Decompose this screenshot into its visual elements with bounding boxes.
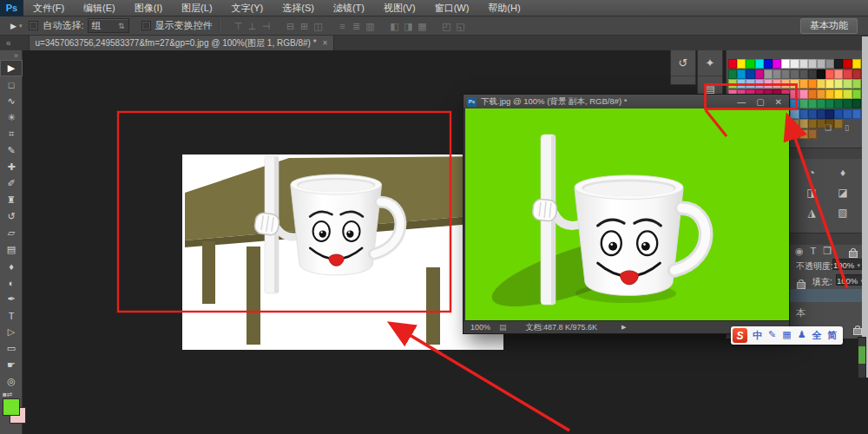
- color-swatch[interactable]: [817, 79, 825, 89]
- color-swatch[interactable]: [799, 109, 808, 119]
- color-swatch[interactable]: [834, 69, 843, 79]
- delete-swatch-icon[interactable]: ▯: [845, 123, 849, 132]
- color-swatch[interactable]: [764, 69, 773, 79]
- new-swatch-icon[interactable]: ❏: [825, 123, 832, 132]
- ime-item[interactable]: ♟: [798, 329, 806, 342]
- blur-tool[interactable]: ♦: [0, 258, 23, 274]
- adjustment-icon[interactable]: ◮: [801, 203, 822, 222]
- color-swatch[interactable]: [843, 79, 852, 89]
- color-swatch[interactable]: [834, 129, 843, 139]
- color-swatch[interactable]: [817, 69, 825, 79]
- color-swatch[interactable]: [825, 89, 834, 99]
- color-swatch[interactable]: [808, 59, 817, 69]
- color-swatch[interactable]: [781, 79, 790, 89]
- align-icon[interactable]: ⊥: [246, 17, 260, 35]
- color-swatch[interactable]: [737, 79, 746, 89]
- color-swatch[interactable]: [825, 69, 834, 79]
- color-swatch[interactable]: [755, 79, 764, 89]
- document-tab[interactable]: u=3457063756,249583377&fm=27&gp=0.jpg @ …: [29, 36, 335, 50]
- close-button[interactable]: ✕: [775, 97, 782, 107]
- color-swatch[interactable]: [843, 99, 852, 108]
- auto-select-checkbox[interactable]: [29, 21, 38, 30]
- color-swatch[interactable]: [843, 69, 852, 79]
- menu-item[interactable]: 图像(I): [125, 0, 172, 16]
- type-tool[interactable]: T: [0, 307, 23, 324]
- status-expand-icon[interactable]: ▶: [621, 324, 626, 331]
- color-swatch[interactable]: [817, 109, 825, 119]
- color-swatch[interactable]: [728, 59, 737, 69]
- color-swatch[interactable]: [764, 79, 773, 89]
- color-swatch[interactable]: [808, 119, 817, 128]
- align-icon[interactable]: ◨: [402, 17, 416, 35]
- brush-tool[interactable]: ✐: [0, 175, 23, 192]
- scrollbar-thumb[interactable]: [858, 346, 865, 364]
- opacity-value[interactable]: 100%: [832, 259, 862, 270]
- color-swatch[interactable]: [790, 119, 799, 128]
- color-swatch[interactable]: [817, 59, 825, 69]
- color-swatch[interactable]: [808, 69, 817, 79]
- color-swatch[interactable]: [728, 79, 737, 89]
- color-swatch[interactable]: [834, 59, 843, 69]
- quick-selection-tool[interactable]: ✳: [0, 109, 23, 126]
- marquee-tool[interactable]: □: [0, 76, 23, 93]
- align-icon[interactable]: ⊣: [260, 17, 273, 35]
- align-icon[interactable]: ◧: [388, 17, 402, 35]
- document-image[interactable]: [182, 155, 503, 353]
- adjustment-icon[interactable]: ▧: [832, 203, 853, 222]
- color-swatch[interactable]: [728, 69, 737, 79]
- color-swatch[interactable]: [852, 119, 861, 128]
- color-swatch[interactable]: [799, 119, 808, 128]
- dodge-tool[interactable]: ◐: [0, 274, 23, 291]
- color-swatch[interactable]: [781, 59, 790, 69]
- floating-document-window[interactable]: Ps 下载.jpg @ 100% (背景 副本, RGB/8#) * — ▢ ✕…: [463, 94, 790, 334]
- color-swatch[interactable]: [852, 109, 861, 119]
- eraser-tool[interactable]: ▱: [0, 225, 23, 241]
- adjustment-icon[interactable]: ◨: [801, 183, 822, 202]
- color-swatch[interactable]: [799, 79, 808, 89]
- color-swatch[interactable]: [790, 69, 799, 79]
- color-swatch[interactable]: [790, 99, 799, 108]
- color-swatch[interactable]: [790, 59, 799, 69]
- layer-name-fragment[interactable]: 本: [796, 306, 806, 319]
- color-swatch[interactable]: [737, 59, 746, 69]
- menu-item[interactable]: 图层(L): [172, 0, 221, 16]
- color-swatch[interactable]: [852, 59, 861, 69]
- align-icon[interactable]: ▥: [364, 17, 378, 35]
- color-swatch[interactable]: [808, 129, 817, 139]
- menu-item[interactable]: 视图(V): [374, 0, 425, 16]
- color-swatch[interactable]: [773, 79, 781, 89]
- shape-tool[interactable]: ▭: [0, 340, 23, 357]
- color-swatch[interactable]: [808, 109, 817, 119]
- tab-close-icon[interactable]: ×: [323, 36, 328, 50]
- path-selection-tool[interactable]: ▷: [0, 324, 23, 340]
- show-transform-checkbox[interactable]: [141, 21, 151, 30]
- menu-item[interactable]: 帮助(H): [478, 0, 529, 16]
- color-swatch[interactable]: [843, 59, 852, 69]
- color-swatch[interactable]: [799, 89, 808, 99]
- menu-item[interactable]: 编辑(E): [74, 0, 125, 16]
- align-icon[interactable]: ◫: [312, 17, 326, 35]
- ime-item[interactable]: ▦: [782, 329, 791, 342]
- pen-tool[interactable]: ✒: [0, 291, 23, 307]
- menu-item[interactable]: 文字(Y): [222, 0, 273, 16]
- fill-value[interactable]: 100%: [836, 274, 865, 286]
- color-swatch[interactable]: [799, 69, 808, 79]
- floating-window-titlebar[interactable]: Ps 下载.jpg @ 100% (背景 副本, RGB/8#) * — ▢ ✕: [464, 95, 789, 109]
- toolbar-collapse-icon[interactable]: »: [0, 50, 22, 60]
- color-swatch[interactable]: [773, 69, 781, 79]
- color-swatch[interactable]: [843, 109, 852, 119]
- color-swatch[interactable]: [825, 109, 834, 119]
- color-swatch[interactable]: [843, 89, 852, 99]
- color-swatch[interactable]: [834, 119, 843, 128]
- color-swatch[interactable]: [746, 79, 754, 89]
- color-swatch[interactable]: [852, 129, 861, 139]
- menu-item[interactable]: 滤镜(T): [324, 0, 374, 16]
- color-swatch[interactable]: [755, 69, 764, 79]
- collapse-panels-icon[interactable]: «: [0, 36, 16, 50]
- color-swatch[interactable]: [834, 99, 843, 108]
- ime-item[interactable]: 全: [812, 329, 822, 342]
- layer-filter-icon[interactable]: ❒: [823, 246, 832, 257]
- align-icon[interactable]: ⊤: [232, 17, 246, 35]
- styles-panel-icon[interactable]: ✦: [698, 49, 722, 76]
- lasso-tool[interactable]: ∿: [0, 93, 23, 109]
